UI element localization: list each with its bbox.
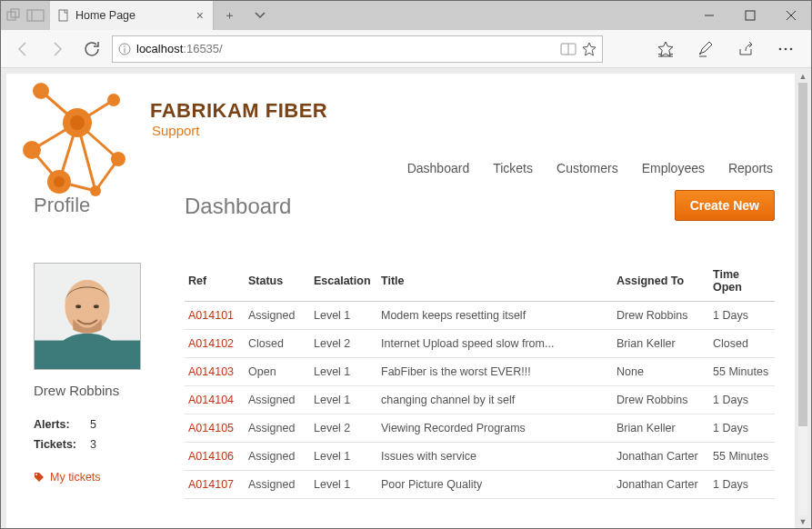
tickets-table: Ref Status Escalation Title Assigned To …	[185, 263, 775, 499]
cell-escalation: Level 1	[310, 386, 377, 414]
profile-username: Drew Robbins	[34, 383, 161, 398]
cell-status: Assigned	[245, 414, 310, 443]
svg-point-11	[124, 45, 125, 47]
svg-rect-2	[27, 10, 44, 21]
cell-assigned: Jonathan Carter	[613, 443, 709, 471]
favorite-star-icon[interactable]	[582, 42, 596, 56]
brand-subtitle: Support	[152, 123, 200, 138]
svg-point-33	[23, 141, 41, 159]
svg-rect-4	[59, 10, 67, 21]
scroll-thumb[interactable]	[798, 83, 807, 426]
window-minimize-button[interactable]	[688, 1, 729, 30]
site-info-icon[interactable]	[118, 43, 131, 55]
main-nav: Dashboard Tickets Customers Employees Re…	[407, 161, 773, 175]
cell-escalation: Level 1	[310, 471, 377, 499]
cell-status: Closed	[245, 330, 310, 358]
cell-time: 1 Days	[709, 414, 775, 443]
cell-assigned: Brian Keller	[613, 330, 709, 358]
my-tickets-label: My tickets	[50, 471, 101, 484]
svg-point-20	[790, 47, 793, 50]
profile-sidebar: Profile Drew Robbins	[34, 190, 161, 499]
tab-overlap-icon[interactable]	[6, 8, 21, 23]
nav-dashboard[interactable]: Dashboard	[407, 161, 470, 175]
browser-toolbar: localhost:16535/	[1, 30, 811, 68]
reading-view-icon[interactable]	[560, 43, 576, 55]
window-titlebar: Home Page × ＋	[1, 1, 811, 30]
cell-time: 1 Days	[709, 302, 775, 330]
svg-rect-6	[746, 11, 755, 20]
svg-point-31	[33, 83, 49, 99]
tab-side-icon[interactable]	[26, 9, 45, 22]
dashboard-panel: Dashboard Create New Ref Status Escalati…	[185, 190, 775, 499]
cell-status: Assigned	[245, 302, 310, 330]
th-status: Status	[245, 263, 310, 302]
window-maximize-button[interactable]	[729, 1, 770, 30]
page-header: FABRIKAM FIBER Support Dashboard Tickets…	[6, 74, 795, 190]
svg-point-37	[70, 115, 85, 130]
nav-employees[interactable]: Employees	[642, 161, 705, 175]
cell-ref[interactable]: A014103	[185, 358, 245, 386]
create-new-button[interactable]: Create New	[675, 190, 775, 221]
alerts-value: 5	[90, 418, 96, 431]
nav-tickets[interactable]: Tickets	[493, 161, 533, 175]
cell-ref[interactable]: A014106	[185, 443, 245, 471]
cell-ref[interactable]: A014107	[185, 471, 245, 499]
tab-close-icon[interactable]: ×	[196, 8, 204, 23]
tab-title: Home Page	[75, 9, 135, 22]
table-row[interactable]: A014101AssignedLevel 1Modem keeps resett…	[185, 302, 775, 330]
th-title: Title	[377, 263, 613, 302]
cell-escalation: Level 1	[310, 302, 377, 330]
cell-time: 55 Minutes	[709, 443, 775, 471]
cell-title: Issues with service	[377, 443, 613, 471]
cell-title: Poor Picture Quality	[377, 471, 613, 499]
share-icon[interactable]	[727, 35, 764, 64]
table-row[interactable]: A014107AssignedLevel 1Poor Picture Quali…	[185, 471, 775, 499]
tag-icon	[34, 472, 45, 483]
th-ref: Ref	[185, 263, 245, 302]
cell-ref[interactable]: A014104	[185, 386, 245, 414]
nav-reports[interactable]: Reports	[728, 161, 773, 175]
svg-point-19	[785, 47, 787, 50]
th-assigned: Assigned To	[613, 263, 709, 302]
web-notes-icon[interactable]	[687, 35, 724, 64]
refresh-button[interactable]	[77, 35, 106, 64]
cell-title: Modem keeps resetting itself	[377, 302, 613, 330]
cell-assigned: Drew Robbins	[613, 386, 709, 414]
brand-logo	[5, 68, 150, 214]
table-row[interactable]: A014104AssignedLevel 1changing channel b…	[185, 386, 775, 414]
avatar	[34, 263, 141, 370]
tabs-chevron-icon[interactable]	[245, 1, 276, 30]
cell-time: 55 Minutes	[709, 358, 775, 386]
nav-customers[interactable]: Customers	[556, 161, 618, 175]
cell-ref[interactable]: A014101	[185, 302, 245, 330]
browser-tab[interactable]: Home Page ×	[50, 1, 214, 30]
my-tickets-link[interactable]: My tickets	[34, 471, 161, 484]
cell-assigned: None	[613, 358, 709, 386]
vertical-scrollbar[interactable]: ▲ ▼	[797, 70, 809, 528]
scroll-up-icon[interactable]: ▲	[797, 70, 809, 83]
table-row[interactable]: A014105AssignedLevel 2Viewing Recorded P…	[185, 414, 775, 443]
cell-ref[interactable]: A014105	[185, 414, 245, 443]
cell-assigned: Brian Keller	[613, 414, 709, 443]
page-viewport: FABRIKAM FIBER Support Dashboard Tickets…	[1, 68, 811, 529]
table-row[interactable]: A014103OpenLevel 1FabFiber is the worst …	[185, 358, 775, 386]
scroll-down-icon[interactable]: ▼	[797, 515, 809, 528]
new-tab-button[interactable]: ＋	[214, 1, 245, 30]
more-menu-icon[interactable]	[767, 35, 804, 64]
tickets-label: Tickets:	[34, 438, 75, 451]
cell-status: Assigned	[245, 471, 310, 499]
cell-title: changing channel by it self	[377, 386, 613, 414]
address-bar[interactable]: localhost:16535/	[112, 35, 603, 63]
back-button[interactable]	[8, 35, 37, 64]
table-row[interactable]: A014106AssignedLevel 1Issues with servic…	[185, 443, 775, 471]
table-row[interactable]: A014102ClosedLevel 2Internet Upload spee…	[185, 330, 775, 358]
favorites-hub-icon[interactable]	[647, 35, 684, 64]
window-close-button[interactable]	[770, 1, 811, 30]
svg-point-36	[90, 185, 101, 196]
cell-ref[interactable]: A014102	[185, 330, 245, 358]
cell-status: Open	[245, 358, 310, 386]
th-escalation: Escalation	[310, 263, 377, 302]
cell-title: Internet Upload speed slow from...	[377, 330, 613, 358]
th-timeopen: Time Open	[709, 263, 775, 302]
forward-button[interactable]	[43, 35, 72, 64]
